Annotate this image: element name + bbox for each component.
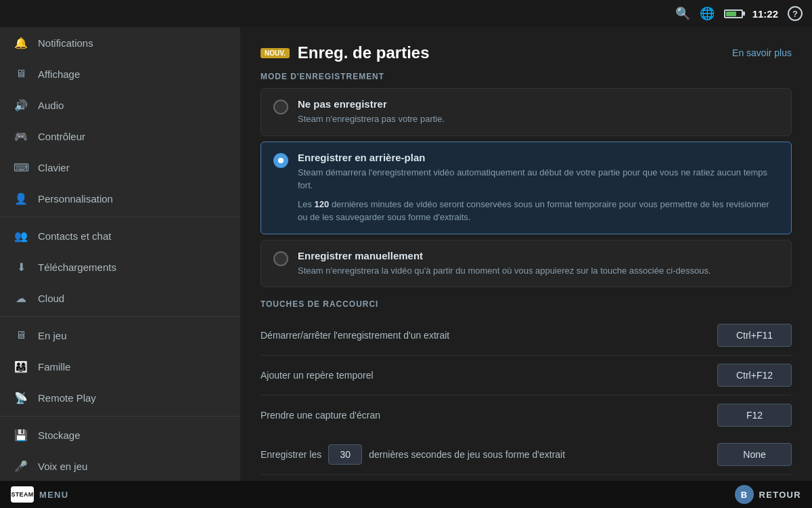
battery-icon [724,9,743,18]
sidebar-label-personnalisation: Personnalisation [38,193,113,205]
seconds-before-label: Enregistrer les [261,449,321,460]
content-area: NOUV. Enreg. de parties En savoir plus M… [240,27,812,481]
steam-logo-mark: STEAM [11,486,34,503]
voixenjeu-icon: 🎤 [14,459,28,473]
main-layout: 🔔Notifications🖥Affichage🔊Audio🎮Contrôleu… [0,27,812,481]
famille-icon: 👨‍👩‍👧 [14,359,28,374]
seconds-row: Enregistrer les dernières secondes de je… [261,435,792,475]
sidebar-label-remoteplay: Remote Play [38,392,96,404]
learn-more-link[interactable]: En savoir plus [732,47,792,58]
sidebar-item-audio[interactable]: 🔊Audio [0,89,240,121]
sidebar-label-cloud: Cloud [38,293,64,304]
clavier-icon: ⌨ [14,160,28,175]
option-desc-background: Steam démarrera l'enregistrement vidéo a… [298,166,779,192]
clock: 11:22 [752,8,778,20]
radio-background [273,153,288,168]
page-title-row: NOUV. Enreg. de parties [261,43,430,62]
page-title: Enreg. de parties [298,43,430,62]
enjeu-icon: 🖥 [14,328,28,343]
shortcut-key-btn[interactable]: Ctrl+F12 [717,364,792,387]
sidebar-label-famille: Famille [38,361,70,373]
shortcut-row: Ajouter un repère temporelCtrl+F12 [261,356,792,396]
option-title-background: Enregistrer en arrière-plan [298,152,779,163]
back-icon: B [735,485,754,504]
notifications-icon: 🔔 [14,35,28,50]
sidebar-item-controleur[interactable]: 🎮Contrôleur [0,121,240,152]
seconds-key-btn[interactable]: None [717,443,792,466]
steam-logo: STEAM MENU [11,486,68,503]
cloud-icon: ☁ [14,291,28,305]
shortcuts-label: TOUCHES DE RACCOURCI [261,299,792,309]
shortcut-row: Prendre une capture d'écranF12 [261,396,792,435]
search-icon[interactable]: 🔍 [675,6,690,21]
sidebar-item-enjeu[interactable]: 🖥En jeu [0,320,240,351]
sidebar-label-clavier: Clavier [38,162,70,173]
back-label: RETOUR [759,490,801,500]
personnalisation-icon: 👤 [14,191,28,206]
option-desc-manual: Steam n'enregistrera la vidéo qu'à parti… [298,264,711,278]
stockage-icon: 💾 [14,427,28,442]
sidebar-label-enjeu: En jeu [38,330,67,341]
controleur-icon: 🎮 [14,129,28,144]
sidebar-label-notifications: Notifications [38,37,93,49]
audio-icon: 🔊 [14,98,28,112]
seconds-row-inline: Enregistrer les dernières secondes de je… [261,444,717,465]
globe-icon[interactable]: 🌐 [700,6,715,21]
sidebar-label-telechargements: Téléchargements [38,261,116,273]
sidebar: 🔔Notifications🖥Affichage🔊Audio🎮Contrôleu… [0,27,240,481]
option-desc-none: Steam n'enregistrera pas votre partie. [298,112,445,126]
mode-label: Mode d'enregistrement [261,72,792,81]
sidebar-item-famille[interactable]: 👨‍👩‍👧Famille [0,351,240,382]
record-option-none[interactable]: Ne pas enregistrerSteam n'enregistrera p… [261,88,792,136]
record-option-background[interactable]: Enregistrer en arrière-planSteam démarre… [261,142,792,234]
radio-none [273,100,288,114]
menu-label: MENU [39,490,68,500]
sidebar-item-cloud[interactable]: ☁Cloud [0,282,240,314]
shortcut-label: Démarrer/arrêter l'enregistrement d'un e… [261,330,449,341]
sidebar-item-contacts[interactable]: 👥Contacts et chat [0,220,240,251]
bottom-bar: STEAM MENU B RETOUR [0,481,812,508]
record-options: Ne pas enregistrerSteam n'enregistrera p… [261,88,792,287]
shortcut-label: Prendre une capture d'écran [261,410,380,421]
shortcut-row: Démarrer/arrêter l'enregistrement d'un e… [261,316,792,356]
page-header: NOUV. Enreg. de parties En savoir plus [261,43,792,62]
back-button[interactable]: B RETOUR [735,485,801,504]
sidebar-label-affichage: Affichage [38,68,80,80]
sidebar-label-audio: Audio [38,100,64,111]
contacts-icon: 👥 [14,228,28,243]
shortcut-key-btn[interactable]: Ctrl+F11 [717,324,792,347]
option-extra-background: Les 120 dernières minutes de vidéo seron… [298,198,779,224]
sidebar-item-personnalisation[interactable]: 👤Personnalisation [0,183,240,214]
option-title-none: Ne pas enregistrer [298,98,445,110]
shortcuts-list: Démarrer/arrêter l'enregistrement d'un e… [261,316,792,435]
affichage-icon: 🖥 [14,66,28,81]
sidebar-label-contacts: Contacts et chat [38,230,111,242]
sidebar-label-controleur: Contrôleur [38,131,85,142]
seconds-input[interactable] [328,444,362,465]
option-title-manual: Enregistrer manuellement [298,250,711,261]
shortcut-label: Ajouter un repère temporel [261,370,374,381]
badge-new: NOUV. [261,48,290,58]
telechargements-icon: ⬇ [14,259,28,274]
sidebar-item-remoteplay[interactable]: 📡Remote Play [0,382,240,413]
top-bar: 🔍 🌐 11:22 ? [0,0,812,27]
sidebar-item-notifications[interactable]: 🔔Notifications [0,27,240,58]
sidebar-item-telechargements[interactable]: ⬇Téléchargements [0,251,240,282]
sidebar-item-stockage[interactable]: 💾Stockage [0,419,240,450]
sidebar-item-clavier[interactable]: ⌨Clavier [0,152,240,183]
remoteplay-icon: 📡 [14,390,28,405]
shortcut-key-btn[interactable]: F12 [717,404,792,427]
sidebar-label-stockage: Stockage [38,429,81,441]
record-option-manual[interactable]: Enregistrer manuellementSteam n'enregist… [261,240,792,288]
sidebar-item-voixenjeu[interactable]: 🎤Voix en jeu [0,450,240,481]
seconds-after-label: dernières secondes de jeu sous forme d'e… [369,449,565,460]
sidebar-label-voixenjeu: Voix en jeu [38,461,87,472]
radio-manual [273,251,288,266]
sidebar-item-affichage[interactable]: 🖥Affichage [0,58,240,89]
help-button[interactable]: ? [788,6,803,21]
